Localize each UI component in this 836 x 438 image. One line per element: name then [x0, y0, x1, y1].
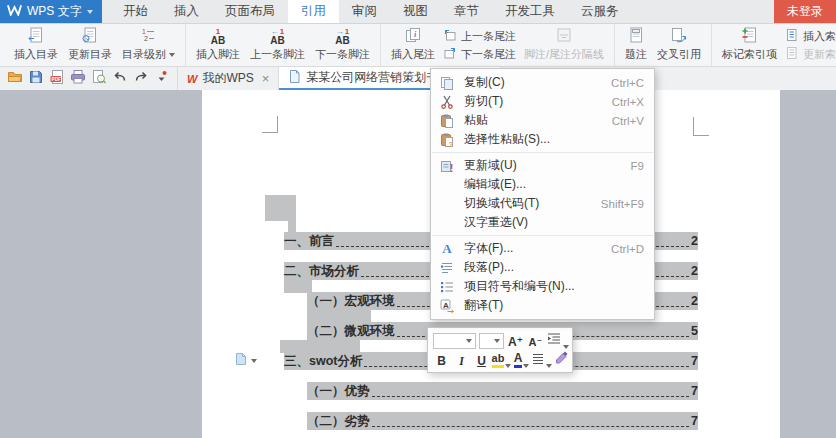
redo-button[interactable]	[133, 71, 149, 87]
context-menu-item-13[interactable]: A翻译(T)	[431, 296, 654, 315]
page-margin-mark	[693, 117, 709, 136]
print-button[interactable]	[70, 71, 86, 87]
toc-page-number: 7	[691, 384, 698, 398]
insert-toc-button[interactable]: 插入目录	[9, 25, 63, 65]
close-tab-icon[interactable]: ×	[262, 72, 270, 85]
menu-tab-5[interactable]: 视图	[390, 0, 441, 23]
format-button-label: A	[514, 351, 523, 368]
document-area: 一、前言2二、市场分析2（一）宏观环境2（二）微观环境5三、swot分析7（一）…	[0, 90, 836, 438]
prev-endnote-button[interactable]: 上一条尾注	[443, 28, 516, 44]
caret-down-icon	[563, 345, 569, 349]
print-preview-button[interactable]	[91, 71, 107, 87]
context-menu-item-12[interactable]: 项目符号和编号(N)...	[431, 277, 654, 296]
open-file-icon	[7, 69, 23, 89]
update-toc-button[interactable]: 更新目录	[63, 25, 117, 65]
ribbon-button-label: 更新目录	[68, 47, 112, 62]
svg-text:2: 2	[144, 35, 148, 42]
context-menu-item-0[interactable]: 复制(C)Ctrl+C	[431, 73, 654, 92]
login-button[interactable]: 未登录	[774, 0, 836, 23]
next-footnote-icon: →1AB	[335, 28, 349, 46]
svg-text:1: 1	[142, 28, 146, 35]
insert-footnote-button[interactable]: 1AB插入脚注	[191, 25, 245, 65]
underline-button[interactable]: U	[473, 351, 490, 368]
ribbon-button-label: 下一条尾注	[461, 47, 516, 62]
ribbon-group-endnotes: i插入尾注上一条尾注下一条尾注脚注/尾注分隔线	[380, 24, 614, 66]
menu-tab-7[interactable]: 开发工具	[492, 0, 568, 23]
prev-footnote-button[interactable]: ←1AB上一条脚注	[245, 25, 310, 65]
paste-special-icon: ?	[439, 132, 455, 148]
wps-logo-icon	[7, 4, 22, 19]
increase-font-button[interactable]: A⁺	[507, 332, 524, 349]
export-pdf-button[interactable]: PDF	[49, 71, 65, 87]
context-menu-item-10[interactable]: A字体(F)...Ctrl+D	[431, 239, 654, 258]
menu-tab-strip: 开始插入页面布局引用审阅视图章节开发工具云服务	[110, 0, 632, 23]
toc-field-icon	[235, 352, 247, 370]
ribbon-button-label: 插入尾注	[391, 47, 435, 62]
toc-field-button[interactable]	[235, 352, 257, 370]
next-endnote-button[interactable]: 下一条尾注	[443, 46, 516, 62]
caption-button[interactable]: 题注	[620, 25, 652, 65]
menu-tab-2[interactable]: 页面布局	[212, 0, 288, 23]
menu-item-shortcut: F9	[631, 160, 644, 172]
menu-item-label: 字体(F)...	[464, 240, 611, 257]
cross-reference-button[interactable]: 交叉引用	[652, 25, 706, 65]
print-icon	[70, 69, 86, 89]
app-menu-button[interactable]: WPS 文字	[0, 0, 102, 23]
format-button-label: ab	[492, 352, 505, 368]
toc-entry[interactable]: （二）劣势7	[307, 412, 698, 430]
open-file-button[interactable]	[7, 71, 23, 87]
align-button[interactable]	[533, 351, 550, 368]
menu-tab-6[interactable]: 章节	[441, 0, 492, 23]
update-index-button: 更新索引	[785, 46, 836, 62]
context-menu-item-11[interactable]: 段落(P)...	[431, 258, 654, 277]
toc-entry-text: （一）优势	[307, 383, 370, 400]
ribbon-button-label: 标记索引项	[722, 47, 777, 62]
italic-button[interactable]: I	[453, 351, 470, 368]
toc-entry-text: 二、市场分析	[284, 263, 359, 280]
highlight-button[interactable]: ab	[493, 351, 510, 368]
ribbon-group-footnotes: 1AB插入脚注←1AB上一条脚注→1AB下一条脚注	[185, 24, 380, 66]
decrease-font-button[interactable]: A⁻	[527, 332, 544, 349]
next-footnote-button[interactable]: →1AB下一条脚注	[310, 25, 375, 65]
save-button[interactable]	[28, 71, 44, 87]
document-tab-0[interactable]: W我的WPS×	[178, 67, 279, 90]
undo-button[interactable]	[112, 71, 128, 87]
menu-tab-0[interactable]: 开始	[110, 0, 161, 23]
mark-index-button[interactable]: 标记索引项	[717, 25, 782, 65]
menu-tab-1[interactable]: 插入	[161, 0, 212, 23]
insert-toc-icon	[27, 26, 45, 48]
mini-format-toolbar: A⁺A⁻ BIUabA	[427, 327, 573, 373]
font-color-button[interactable]: A	[513, 351, 530, 368]
caption-icon	[627, 26, 645, 48]
svg-text:A: A	[443, 300, 449, 309]
insert-endnote-icon: i	[404, 26, 422, 48]
context-menu-item-3[interactable]: ?选择性粘贴(S)...	[431, 130, 654, 149]
context-menu-item-1[interactable]: 剪切(T)Ctrl+X	[431, 92, 654, 111]
context-menu-item-6[interactable]: 编辑域(E)...	[431, 175, 654, 194]
toc-entry-text: （二）劣势	[307, 413, 370, 430]
format-painter-button[interactable]	[553, 351, 570, 368]
insert-endnote-button[interactable]: i插入尾注	[386, 25, 440, 65]
menu-item-label: 编辑域(E)...	[464, 176, 644, 193]
font-name-select[interactable]	[433, 333, 476, 349]
toc-page-number: 2	[691, 264, 698, 278]
context-menu-item-8[interactable]: 汉字重选(V)	[431, 213, 654, 232]
indent-button[interactable]	[547, 332, 567, 349]
caret-down-icon	[169, 53, 175, 57]
font-size-select[interactable]	[479, 333, 504, 349]
insert-index-button[interactable]: 插入索引	[785, 28, 836, 44]
customize-toolbar-button[interactable]	[154, 71, 170, 87]
paragraph-icon	[439, 260, 455, 276]
toc-level-button[interactable]: 12目录级别	[117, 25, 180, 65]
menu-tab-3[interactable]: 引用	[288, 0, 339, 23]
menu-tab-4[interactable]: 审阅	[339, 0, 390, 23]
toc-entry[interactable]: （一）优势7	[307, 382, 698, 400]
context-menu-item-5[interactable]: !更新域(U)F9	[431, 156, 654, 175]
customize-toolbar-icon	[156, 70, 168, 88]
context-menu-item-7[interactable]: 切换域代码(T)Shift+F9	[431, 194, 654, 213]
mark-index-icon	[741, 26, 759, 48]
svg-text:PDF: PDF	[52, 76, 61, 81]
bold-button[interactable]: B	[433, 351, 450, 368]
menu-tab-8[interactable]: 云服务	[568, 0, 632, 23]
context-menu-item-2[interactable]: 粘贴Ctrl+V	[431, 111, 654, 130]
